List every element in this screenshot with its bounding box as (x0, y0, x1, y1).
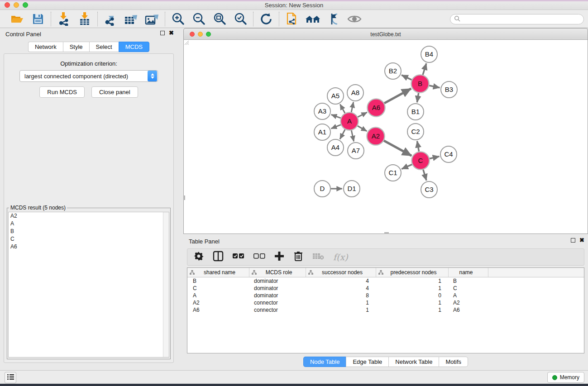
search-input[interactable] (460, 16, 574, 23)
table-cell[interactable]: 0 (376, 292, 449, 299)
float-panel-icon[interactable] (160, 31, 165, 35)
table-cell[interactable]: connector (249, 307, 306, 313)
result-item[interactable]: A6 (9, 243, 169, 251)
zoom-out-button[interactable] (191, 12, 206, 26)
edge-A-A4[interactable] (340, 129, 345, 139)
tab-style[interactable]: Style (63, 42, 89, 52)
tab-network[interactable]: Network (28, 42, 63, 52)
node-A3[interactable]: A3 (314, 103, 330, 119)
node-C3[interactable]: C3 (421, 181, 437, 198)
search-field[interactable] (450, 14, 584, 24)
table-cell[interactable]: B (187, 278, 249, 284)
table-cell[interactable]: 4 (306, 278, 376, 284)
new-network-from-file-button[interactable] (285, 12, 299, 26)
zoom-in-button[interactable] (171, 12, 185, 26)
edge-B-B3[interactable] (429, 86, 440, 88)
table-settings-button[interactable] (194, 250, 204, 264)
column-header-predecessor-nodes[interactable]: predecessor nodes (376, 268, 449, 277)
edge-B-B1[interactable] (417, 93, 418, 102)
column-layout-button[interactable] (213, 250, 224, 264)
node-B[interactable]: B (411, 75, 429, 93)
import-table-button[interactable] (77, 12, 92, 26)
node-B2[interactable]: B2 (385, 63, 401, 79)
table-cell[interactable]: dominator (249, 292, 306, 299)
task-history-button[interactable] (5, 372, 16, 383)
column-header-successor-nodes[interactable]: successor nodes (306, 268, 376, 277)
edge-A-A5[interactable] (340, 104, 345, 113)
table-cell[interactable]: 8 (306, 292, 376, 299)
node-C[interactable]: C (412, 152, 430, 170)
close-panel-icon[interactable]: ✖ (169, 31, 174, 35)
column-header-shared-name[interactable]: shared name (187, 268, 249, 277)
canvas-bottom-splitter-handle[interactable] (384, 232, 389, 234)
node-D1[interactable]: D1 (344, 181, 360, 197)
canvas-left-splitter-handle[interactable] (183, 195, 185, 200)
save-session-button[interactable] (31, 12, 45, 26)
close-panel-button[interactable]: Close panel (91, 86, 138, 98)
table-cell[interactable]: dominator (249, 285, 306, 291)
table-cell[interactable]: 4 (306, 285, 376, 291)
table-row[interactable]: A2connector11A2 (187, 299, 584, 306)
export-image-button[interactable] (145, 12, 159, 26)
edge-C-C2[interactable] (417, 141, 419, 152)
node-table[interactable]: shared nameMCDS rolesuccessor nodesprede… (187, 267, 584, 353)
edge-A-A6[interactable] (358, 112, 367, 117)
table-cell[interactable]: B (449, 278, 488, 284)
edge-C-C4[interactable] (430, 157, 440, 159)
node-C2[interactable]: C2 (407, 124, 424, 140)
tab-motifs[interactable]: Motifs (439, 357, 468, 367)
node-A5[interactable]: A5 (327, 88, 344, 104)
table-cell[interactable]: A (449, 292, 488, 299)
network-canvas[interactable]: B4B2BB3A5A8A6A3B1AA1C2A2A4A7C4CC1C3DD1 (183, 40, 588, 234)
result-item[interactable]: A2 (9, 212, 169, 220)
network-graph[interactable]: B4B2BB3A5A8A6A3B1AA1C2A2A4A7C4CC1C3DD1 (184, 40, 588, 234)
tab-node-table[interactable]: Node Table (303, 357, 346, 367)
edge-C-C3[interactable] (423, 170, 426, 181)
table-cell[interactable]: dominator (249, 278, 306, 284)
edge-A-A2[interactable] (358, 126, 367, 131)
node-A4[interactable]: A4 (327, 139, 344, 156)
edge-A-A1[interactable] (331, 125, 340, 129)
table-cell[interactable]: A6 (449, 307, 488, 313)
edge-A-A7[interactable] (351, 130, 354, 141)
optimization-criterion-dropdown[interactable]: largest connected component (directed) (19, 70, 158, 82)
node-B4[interactable]: B4 (421, 46, 437, 62)
export-network-button[interactable] (103, 12, 118, 26)
tab-edge-table[interactable]: Edge Table (346, 357, 388, 367)
table-cell[interactable]: A6 (187, 307, 249, 313)
edge-A-A8[interactable] (351, 102, 354, 112)
node-A[interactable]: A (341, 113, 359, 130)
edge-C-C1[interactable] (402, 164, 412, 169)
table-cell[interactable]: 1 (376, 285, 449, 291)
column-header-MCDS-role[interactable]: MCDS role (249, 268, 306, 277)
table-cell[interactable]: 1 (306, 300, 376, 306)
table-cell[interactable]: 1 (376, 278, 449, 284)
show-graphics-button[interactable] (347, 12, 362, 26)
table-cell[interactable]: connector (249, 300, 306, 306)
node-C4[interactable]: C4 (440, 146, 457, 162)
table-row[interactable]: Cdominator41C (187, 285, 584, 292)
node-B3[interactable]: B3 (441, 81, 457, 98)
node-B1[interactable]: B1 (407, 104, 424, 120)
hide-panel-button[interactable] (326, 12, 341, 26)
apply-layout-button[interactable] (259, 12, 273, 26)
table-cell[interactable]: A2 (187, 300, 249, 306)
edge-A6-B[interactable] (384, 89, 411, 103)
close-table-panel-icon[interactable]: ✖ (579, 238, 584, 243)
table-cell[interactable]: 1 (376, 300, 449, 306)
edge-B-B2[interactable] (402, 75, 411, 80)
edge-A2-C[interactable] (384, 141, 411, 156)
edge-A-A3[interactable] (331, 114, 341, 118)
result-item[interactable]: A (9, 220, 169, 228)
node-C1[interactable]: C1 (385, 165, 401, 181)
node-A7[interactable]: A7 (348, 143, 364, 159)
node-A8[interactable]: A8 (347, 85, 363, 101)
table-cell[interactable]: C (187, 285, 249, 291)
add-column-button[interactable] (274, 250, 284, 264)
table-cell[interactable]: C (449, 285, 488, 291)
memory-button[interactable]: Memory (547, 372, 584, 383)
home-button[interactable] (306, 12, 320, 26)
run-mcds-button[interactable]: Run MCDS (39, 86, 85, 98)
tab-select[interactable]: Select (89, 42, 119, 52)
delete-columns-button[interactable] (293, 250, 303, 264)
